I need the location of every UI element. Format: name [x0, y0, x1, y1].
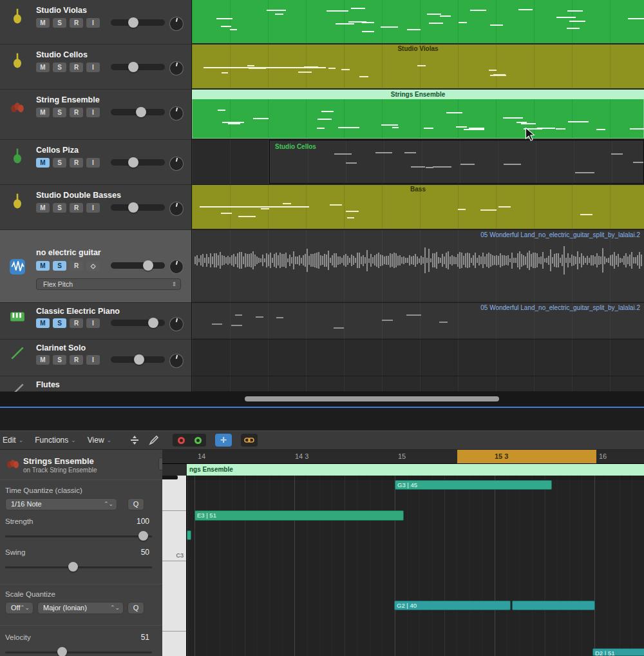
mute-button[interactable]: M	[36, 203, 50, 213]
record-button[interactable]: R	[70, 203, 83, 213]
slider-knob[interactable]	[138, 531, 148, 541]
track-header-studio-cellos[interactable]: Studio CellosMSRI	[0, 44, 192, 90]
solo-button[interactable]: S	[53, 18, 66, 28]
scale-root-select[interactable]: Off ⌃⌄	[5, 602, 33, 614]
mute-button[interactable]: M	[36, 158, 50, 168]
volume-slider[interactable]	[111, 109, 165, 115]
solo-button[interactable]: S	[53, 158, 66, 168]
volume-slider[interactable]	[111, 262, 165, 269]
volume-knob[interactable]	[148, 318, 158, 328]
edit-menu[interactable]: Edit⌄	[0, 434, 29, 447]
capture-recording-button[interactable]	[189, 434, 206, 447]
cycle-range[interactable]	[457, 450, 596, 464]
mute-button[interactable]: M	[36, 18, 50, 28]
input-monitor-button[interactable]: ◇	[86, 261, 100, 271]
track-header-studio-violas[interactable]: Studio ViolasMSRI	[0, 0, 192, 44]
view-menu[interactable]: View⌄	[82, 434, 117, 447]
midi-note-g3[interactable]: G3 | 45	[395, 480, 552, 490]
record-button[interactable]: R	[70, 18, 83, 28]
pan-knob[interactable]	[168, 105, 185, 122]
solo-button[interactable]: S	[53, 203, 66, 213]
record-button[interactable]: R	[70, 158, 83, 168]
mute-button[interactable]: M	[36, 108, 50, 117]
pan-knob[interactable]	[168, 200, 185, 218]
volume-knob[interactable]	[136, 107, 146, 117]
volume-knob[interactable]	[134, 354, 144, 365]
pan-knob[interactable]	[168, 258, 185, 276]
pan-knob[interactable]	[168, 316, 185, 333]
region-05-wonderful-land-no-electric-guitar-split-by-lalalai-2[interactable]: 05 Wonderful Land_no_electric_guitar_spl…	[192, 230, 644, 302]
region-studio-cellos[interactable]: Studio Cellos	[269, 140, 644, 184]
horizontal-scrollbar[interactable]	[245, 396, 499, 401]
black-key[interactable]	[162, 476, 178, 479]
piano-roll-grid[interactable]: G3 | 45E3 | 51G2 | 40D2 | 51	[187, 476, 644, 656]
functions-menu[interactable]: Functions⌄	[29, 434, 82, 447]
mute-button[interactable]: M	[36, 355, 50, 365]
track-header-flutes[interactable]: Flutes	[0, 376, 192, 392]
region-studio-violas[interactable]: Studio Violas	[192, 44, 644, 88]
volume-slider[interactable]	[111, 356, 165, 363]
track-header-classic-electric-piano[interactable]: Classic Electric PianoMSRI	[0, 303, 192, 340]
input-button[interactable]: I	[86, 203, 100, 213]
track-header-clarinet-solo[interactable]: Clarinet SoloMSRI	[0, 340, 192, 376]
record-button[interactable]: R	[70, 108, 83, 117]
pencil-icon[interactable]	[144, 434, 164, 447]
volume-slider[interactable]	[111, 320, 165, 326]
input-button[interactable]: I	[86, 108, 100, 117]
slider-knob[interactable]	[57, 647, 67, 656]
region-05-wonderful-land-no-electric-guitar-split-by-lalalai-2[interactable]: 05 Wonderful Land_no_electric_guitar_spl…	[192, 303, 644, 338]
solo-button[interactable]: S	[53, 318, 66, 328]
record-button[interactable]: R	[70, 63, 83, 72]
strength-slider[interactable]	[5, 531, 152, 541]
mute-button[interactable]: M	[36, 63, 50, 72]
volume-knob[interactable]	[128, 202, 138, 213]
region-bass[interactable]: Bass	[192, 185, 644, 229]
pan-knob[interactable]	[168, 155, 185, 173]
midi-note[interactable]	[187, 530, 191, 540]
volume-knob[interactable]	[128, 157, 138, 168]
solo-button[interactable]: S	[53, 63, 66, 72]
slider-knob[interactable]	[68, 562, 78, 572]
midi-note-g2[interactable]: G2 | 40	[394, 601, 511, 610]
midi-in-button[interactable]	[173, 434, 189, 447]
volume-knob[interactable]	[128, 17, 138, 28]
track-header-string-ensemble[interactable]: String EnsembleMSRI	[0, 90, 192, 140]
record-button[interactable]: R	[70, 261, 83, 271]
scale-mode-select[interactable]: Major (Ionian) ⌃⌄	[37, 602, 124, 614]
midi-note[interactable]	[512, 601, 595, 610]
quantize-apply-button[interactable]: Q	[128, 498, 144, 510]
volume-slider[interactable]	[111, 159, 165, 166]
region-strings-ensemble[interactable]: Strings Ensemble	[192, 90, 644, 139]
input-button[interactable]: I	[86, 18, 100, 28]
track-header-cellos-piza[interactable]: Cellos PizaMSRI	[0, 140, 192, 185]
auto-zoom-icon[interactable]	[125, 434, 144, 447]
volume-slider[interactable]	[111, 64, 165, 70]
solo-button[interactable]: S	[53, 355, 66, 365]
velocity-slider[interactable]	[5, 647, 152, 656]
pan-knob[interactable]	[168, 60, 185, 77]
record-button[interactable]: R	[70, 318, 83, 328]
input-button[interactable]: I	[86, 318, 100, 328]
bar-ruler[interactable]: 1414 31515 316	[187, 450, 644, 464]
region-name-strip[interactable]: ngs Ensemble	[187, 464, 644, 476]
volume-slider[interactable]	[111, 19, 165, 26]
volume-knob[interactable]	[128, 62, 138, 72]
flex-mode-select[interactable]: Flex Pitch⇕	[36, 278, 181, 290]
mute-button[interactable]: M	[36, 261, 50, 271]
input-button[interactable]: I	[86, 158, 100, 168]
pan-knob[interactable]	[168, 15, 185, 33]
pan-knob[interactable]	[168, 352, 185, 370]
track-header-no-electric-guitar[interactable]: no electric guitarMSR◇Flex Pitch⇕	[0, 230, 192, 303]
mute-button[interactable]: M	[36, 318, 50, 328]
volume-slider[interactable]	[111, 204, 165, 211]
crosshair-tool-button[interactable]: ✛	[215, 434, 232, 447]
swing-slider[interactable]	[5, 562, 152, 572]
input-button[interactable]: I	[86, 355, 100, 365]
track-header-studio-double-basses[interactable]: Studio Double BassesMSRI	[0, 185, 192, 230]
midi-note-d2[interactable]: D2 | 51	[592, 648, 644, 656]
input-button[interactable]: I	[86, 63, 100, 72]
solo-button[interactable]: S	[53, 108, 66, 117]
solo-button[interactable]: S	[53, 261, 66, 271]
midi-note-e3[interactable]: E3 | 51	[194, 510, 404, 521]
link-mode-button[interactable]	[241, 434, 258, 447]
